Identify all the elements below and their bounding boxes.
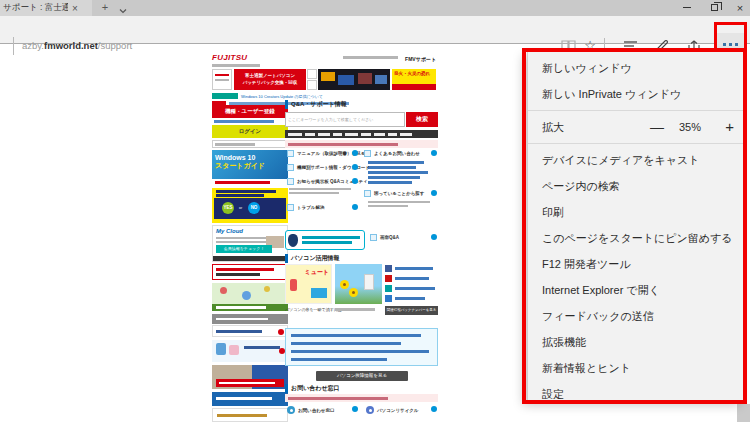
contact-section-header: お問い合わせ窓口 bbox=[285, 384, 340, 393]
contact-gear-icon bbox=[287, 406, 295, 414]
menu-item-pin-to-start[interactable]: このページをスタートにピン留めする bbox=[528, 225, 743, 251]
address-bar-url[interactable]: azby.fmworld.net/support bbox=[22, 40, 132, 51]
restore-icon bbox=[711, 4, 718, 11]
info-link[interactable] bbox=[291, 358, 387, 361]
faq-sublink[interactable] bbox=[368, 161, 424, 164]
no-button[interactable]: NO bbox=[248, 202, 260, 214]
info-link[interactable] bbox=[291, 334, 421, 337]
sunflower-card[interactable] bbox=[335, 264, 382, 304]
link-model-support[interactable]: 機種別サポート情報・ダウンロード bbox=[297, 165, 370, 170]
zoom-out-button[interactable]: — bbox=[644, 114, 670, 140]
fire-warning-text: 発火・火災の恐れ bbox=[394, 71, 430, 76]
window-close-button[interactable]: × bbox=[727, 0, 750, 15]
link-find[interactable]: 困っていることから探す bbox=[374, 191, 424, 196]
browser-tab[interactable]: サポート : 富士通 × bbox=[0, 0, 92, 16]
tab-close-icon[interactable]: × bbox=[68, 3, 82, 14]
virus-removal-banner[interactable] bbox=[212, 283, 288, 311]
fire-warning-banner[interactable]: 発火・火災の恐れ bbox=[392, 69, 436, 90]
info-link[interactable] bbox=[291, 350, 429, 353]
new-tab-button[interactable]: + bbox=[94, 0, 116, 16]
trouble-icon bbox=[287, 204, 294, 211]
sns-row[interactable] bbox=[385, 274, 438, 284]
remote-service-banner[interactable] bbox=[212, 264, 288, 280]
windows-banner[interactable] bbox=[212, 392, 288, 406]
sns-row[interactable] bbox=[385, 264, 438, 274]
manual-icon bbox=[287, 150, 294, 157]
address-toolbar: azby.fmworld.net/support ☆ bbox=[0, 16, 750, 44]
close-icon: × bbox=[737, 3, 743, 13]
menu-item-f12-devtools[interactable]: F12 開発者ツール bbox=[528, 251, 743, 277]
windows10-start-guide-banner[interactable]: Windows 10 スタートガイド bbox=[212, 150, 288, 186]
failure-info-button[interactable]: パソコン故障情報を見る bbox=[316, 371, 408, 381]
login-button[interactable]: ログイン bbox=[212, 125, 288, 138]
fujitsu-logo[interactable]: FUJITSU bbox=[212, 53, 247, 62]
info-link[interactable] bbox=[291, 342, 401, 345]
register-button[interactable]: 機種・ユーザー登録 bbox=[212, 105, 288, 118]
menu-item-new-window[interactable]: 新しいウィンドウ bbox=[528, 55, 743, 81]
more-actions-menu: 新しいウィンドウ 新しい InPrivate ウィンドウ 拡大 — 35% + … bbox=[527, 51, 744, 401]
qa-section-header: Q&A・サポート情報 bbox=[285, 100, 347, 109]
category-nav-bar[interactable] bbox=[285, 130, 438, 138]
menu-item-print[interactable]: 印刷 bbox=[528, 199, 743, 225]
window-restore-button[interactable] bbox=[701, 0, 727, 15]
link-faq[interactable]: よくあるお問い合わせ bbox=[374, 151, 420, 156]
menu-item-settings[interactable]: 設定 bbox=[528, 381, 743, 407]
mini-banner[interactable] bbox=[212, 69, 232, 90]
robot-mascot bbox=[364, 274, 374, 290]
title-bar: サポート : 富士通 × + × bbox=[0, 0, 750, 16]
laptop-ad-banner[interactable] bbox=[318, 69, 390, 90]
link-gamen-qa[interactable]: 画面Q&A bbox=[380, 235, 399, 240]
webpage-thumbnail: FUJITSU FMVサポート 富士通製ノートパソコンバッテリパック交換・回収 … bbox=[210, 52, 438, 422]
arrow-circle-icon bbox=[352, 204, 358, 210]
yes-no-survey-banner[interactable]: YES or NO bbox=[212, 188, 288, 223]
menu-item-open-with-ie[interactable]: Internet Explorer で開く bbox=[528, 277, 743, 303]
backnumber-button[interactable]: 関連情報バックナンバーを見る bbox=[385, 306, 438, 315]
bottom-banner[interactable] bbox=[212, 408, 288, 422]
tab-title: サポート : 富士通 bbox=[0, 2, 68, 14]
sns-row[interactable] bbox=[385, 284, 438, 294]
support-end-banner[interactable] bbox=[212, 365, 288, 389]
battery-recall-banner[interactable]: 富士通製ノートパソコンバッテリパック交換・回収 bbox=[234, 69, 306, 90]
speech-bubble bbox=[285, 230, 365, 250]
faq-sublink[interactable] bbox=[368, 181, 412, 184]
pc-backup-service-row[interactable] bbox=[212, 340, 288, 362]
fmv-support-badge: FMVサポート bbox=[405, 56, 436, 62]
faq-icon bbox=[364, 150, 371, 157]
pc-recycle-link[interactable]: パソコンリサイクル bbox=[377, 408, 418, 413]
faq-sublink[interactable] bbox=[368, 166, 416, 169]
url-prefix: azby. bbox=[22, 40, 44, 51]
link-trouble[interactable]: トラブル解決 bbox=[297, 205, 324, 210]
contact-window-link[interactable]: お問い合わせ窓口 bbox=[298, 408, 334, 413]
contact-pink-bar bbox=[285, 394, 438, 402]
menu-item-find-on-page[interactable]: ページ内の検索 bbox=[528, 173, 743, 199]
mute-label: ミュート bbox=[305, 268, 329, 277]
pc-moving-service-row[interactable] bbox=[212, 325, 288, 337]
news-link[interactable]: Windows 10 Creators Update の提供について bbox=[241, 94, 323, 99]
search-input[interactable]: ここにキーワードを入力して検索してください bbox=[285, 112, 405, 127]
mycloud-check-button[interactable]: 会員情報をチェック！ bbox=[216, 245, 272, 253]
menu-item-cast-media[interactable]: デバイスにメディアをキャスト bbox=[528, 147, 743, 173]
arrow-circle-icon bbox=[352, 178, 358, 184]
menu-item-extensions[interactable]: 拡張機能 bbox=[528, 329, 743, 355]
menu-item-new-inprivate-window[interactable]: 新しい InPrivate ウィンドウ bbox=[528, 81, 743, 107]
register-link-blur[interactable] bbox=[214, 120, 274, 123]
zoom-in-button[interactable]: + bbox=[710, 114, 734, 140]
download-icon bbox=[287, 164, 294, 171]
faq-sublink[interactable] bbox=[368, 176, 420, 179]
menu-item-whats-new[interactable]: 新着情報とヒント bbox=[528, 355, 743, 381]
mycloud-strip bbox=[213, 256, 287, 261]
arrow-circle-icon bbox=[352, 164, 358, 170]
window-minimize-button[interactable] bbox=[674, 0, 700, 15]
faq-sublink[interactable] bbox=[368, 171, 428, 174]
win10-banner-line1: Windows 10 bbox=[215, 154, 285, 161]
menu-separator bbox=[528, 110, 743, 111]
sns-links-strip bbox=[385, 264, 438, 304]
phone-doodle bbox=[290, 279, 297, 291]
yes-button[interactable]: YES bbox=[222, 202, 234, 214]
text-blur-bar bbox=[368, 205, 408, 207]
sns-row[interactable] bbox=[385, 294, 438, 304]
mute-card[interactable]: ミュート bbox=[285, 264, 332, 304]
search-button[interactable]: 検索 bbox=[406, 112, 438, 127]
mycloud-box[interactable]: My Cloud 会員情報をチェック！ bbox=[212, 225, 288, 262]
menu-item-send-feedback[interactable]: フィードバックの送信 bbox=[528, 303, 743, 329]
